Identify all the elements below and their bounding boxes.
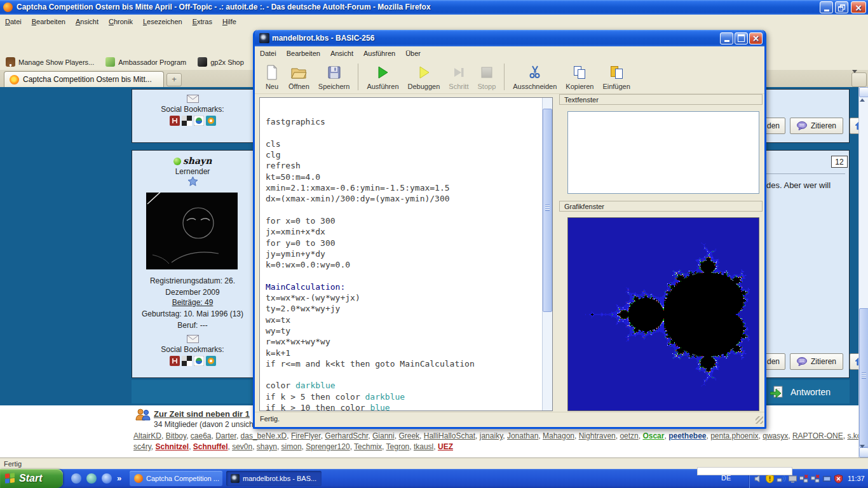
- online-user-link[interactable]: Gianni: [372, 431, 395, 440]
- task-button-firefox[interactable]: Captcha Competition ...: [130, 471, 222, 486]
- firefox-restore-button[interactable]: [835, 1, 848, 13]
- ff-menu-chronik[interactable]: Chronik: [104, 15, 138, 28]
- new-tab-button[interactable]: +: [166, 73, 182, 86]
- online-user-link[interactable]: simon: [281, 442, 302, 451]
- online-user-link[interactable]: Sprenger120: [306, 442, 349, 451]
- toolbar-button-paste[interactable]: Einfügen: [598, 62, 634, 92]
- social-icon-yigg[interactable]: [206, 356, 216, 366]
- social-icon-delicious[interactable]: [182, 116, 192, 126]
- online-users-heading[interactable]: Zur Zeit sind neben dir 1: [154, 409, 250, 419]
- social-icon-stumbleupon[interactable]: [194, 116, 204, 126]
- ff-menu-lesezeichen[interactable]: Lesezeichen: [138, 15, 187, 28]
- online-user-link[interactable]: janaiky: [480, 431, 503, 440]
- online-user-link[interactable]: FireFlyer: [291, 431, 321, 440]
- online-user-link[interactable]: Mahagon: [543, 431, 574, 440]
- online-user-link[interactable]: Techmix: [354, 442, 382, 451]
- basic256-menu-bearbeiten[interactable]: Bearbeiten: [281, 47, 325, 60]
- toolbar-button-run[interactable]: Ausführen: [362, 62, 403, 92]
- quicklaunch-ie-icon[interactable]: [102, 473, 112, 484]
- scrollbar-up-arrow[interactable]: [859, 87, 868, 97]
- online-user-link[interactable]: AltairKD: [133, 431, 161, 440]
- language-indicator[interactable]: DE: [721, 474, 731, 482]
- reply-button[interactable]: Antworten: [790, 387, 831, 397]
- social-icon-mister-wong[interactable]: [170, 116, 180, 126]
- basic256-titlebar[interactable]: mandelbrot.kbs - BASIC-256 ×: [255, 30, 764, 46]
- scrollbar-down-arrow[interactable]: [859, 447, 868, 458]
- social-icon-stumbleupon[interactable]: [194, 356, 204, 366]
- editor-scrollbar-thumb[interactable]: [543, 109, 552, 312]
- online-user-link[interactable]: UEZ: [438, 442, 453, 451]
- envelope-icon[interactable]: [132, 95, 253, 105]
- social-icon-delicious[interactable]: [182, 356, 192, 366]
- online-user-link[interactable]: Greek: [398, 431, 419, 440]
- toolbar-button-open[interactable]: Öffnen: [284, 62, 314, 92]
- online-user-link[interactable]: Tegron: [386, 442, 410, 451]
- ff-menu-bearbeiten[interactable]: Bearbeiten: [27, 15, 71, 28]
- basic256-maximize-button[interactable]: [735, 32, 748, 44]
- social-icon-yigg[interactable]: [206, 116, 216, 126]
- envelope-icon[interactable]: [132, 335, 253, 345]
- social-icon-mister-wong[interactable]: [170, 356, 180, 366]
- online-user-link[interactable]: sc4ry: [133, 442, 151, 451]
- basic256-minimize-button[interactable]: [720, 32, 733, 44]
- toolbar-button-cut[interactable]: Ausschneiden: [508, 62, 561, 92]
- online-user-link[interactable]: das_beNe.xD: [241, 431, 287, 440]
- toolbar-button-save[interactable]: Speichern: [314, 62, 355, 92]
- tab-captcha-competition[interactable]: Captcha Competition Ostern bis Mitt...: [4, 71, 164, 87]
- monitor-icon[interactable]: [822, 474, 832, 484]
- code-editor[interactable]: fastgraphics clsclgrefreshkt=50:m=4.0xmi…: [259, 97, 553, 411]
- quicklaunch-more-chevron[interactable]: »: [117, 473, 121, 483]
- online-user-link[interactable]: Darter: [215, 431, 236, 440]
- ff-menu-extras[interactable]: Extras: [187, 15, 217, 28]
- resize-grip[interactable]: [756, 416, 763, 424]
- online-user-link[interactable]: GerhardSchr: [325, 431, 368, 440]
- toolbar-button-debug[interactable]: Debuggen: [403, 62, 445, 92]
- online-user-link[interactable]: Bitboy: [166, 431, 186, 440]
- task-button-basic256[interactable]: mandelbrot.kbs - BAS...: [226, 471, 322, 486]
- online-user-link[interactable]: cae6a: [191, 431, 212, 440]
- online-user-link[interactable]: Oscar: [642, 431, 664, 440]
- quicklaunch-globe-icon[interactable]: [86, 473, 97, 484]
- online-user-link[interactable]: shayn: [257, 442, 277, 451]
- quote-button[interactable]: Zitieren: [790, 118, 843, 134]
- online-user-link[interactable]: peethebee: [668, 431, 706, 440]
- post-author-name[interactable]: shayn: [183, 156, 212, 166]
- network-disconnected-icon[interactable]: [799, 474, 809, 484]
- online-user-link[interactable]: Nightraven: [579, 431, 616, 440]
- firefox-close-button[interactable]: ×: [851, 1, 866, 13]
- security-shield-red-icon[interactable]: [834, 474, 843, 484]
- basic256-menu-datei[interactable]: Datei: [255, 47, 281, 60]
- online-user-link[interactable]: RAPTOR-ONE: [792, 431, 843, 440]
- scrollbar-thumb[interactable]: [859, 308, 868, 447]
- bookmark-item-1[interactable]: Manage Show Players...: [0, 56, 100, 68]
- firefox-minimize-button[interactable]: [820, 1, 833, 13]
- online-user-link[interactable]: Jonathan: [507, 431, 538, 440]
- basic256-close-button[interactable]: ×: [749, 32, 763, 44]
- online-user-link[interactable]: Schnitzel: [155, 442, 189, 451]
- online-user-link[interactable]: Schnuffel: [193, 442, 228, 451]
- editor-scrollbar[interactable]: [542, 98, 553, 410]
- online-user-link[interactable]: sev0n: [232, 442, 252, 451]
- online-user-link[interactable]: tkausl: [414, 442, 433, 451]
- quote-button[interactable]: Zitieren: [790, 353, 843, 370]
- quicklaunch-icon-1[interactable]: [71, 473, 81, 484]
- basic256-menu-ansicht[interactable]: Ansicht: [325, 47, 358, 60]
- basic256-menu-ausfhren[interactable]: Ausführen: [358, 47, 400, 60]
- post-count-link[interactable]: Beiträge: 49: [132, 298, 253, 307]
- ff-menu-datei[interactable]: Datei: [0, 15, 27, 28]
- online-user-link[interactable]: oetzn: [620, 431, 638, 440]
- post-number-badge[interactable]: 12: [831, 156, 848, 168]
- basic256-menu-ber[interactable]: Über: [400, 47, 426, 60]
- online-user-link[interactable]: qwasyx: [763, 431, 788, 440]
- online-user-link[interactable]: penta.phoenix: [710, 431, 758, 440]
- ff-menu-hilfe[interactable]: Hilfe: [217, 15, 241, 28]
- page-scrollbar[interactable]: [858, 87, 868, 458]
- toolbar-button-new[interactable]: Neu: [260, 62, 284, 92]
- bookmark-item-2[interactable]: Ambassador Program: [100, 56, 192, 68]
- toolbar-button-copy[interactable]: Kopieren: [561, 62, 598, 92]
- start-button[interactable]: Start: [0, 469, 63, 488]
- ff-menu-ansicht[interactable]: Ansicht: [71, 15, 104, 28]
- network-disconnected-icon-2[interactable]: [811, 474, 820, 484]
- online-user-link[interactable]: HalliHalloSchat: [424, 431, 475, 440]
- bookmark-item-3[interactable]: gp2x Shop: [192, 56, 250, 68]
